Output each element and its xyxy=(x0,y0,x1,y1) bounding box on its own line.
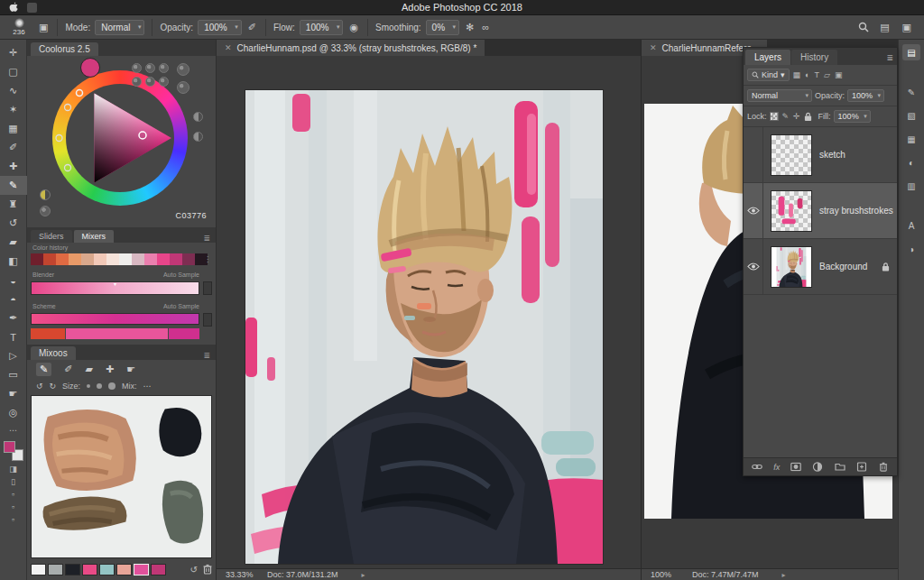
paint-symmetry-icon[interactable]: ∞ xyxy=(480,22,491,32)
scheme-preset-icon[interactable] xyxy=(145,63,155,73)
type-tool[interactable]: T xyxy=(0,327,27,346)
size-option-large[interactable] xyxy=(108,382,116,390)
luma-lock-icon[interactable] xyxy=(40,189,51,200)
swatches-panel-icon[interactable]: ▦ xyxy=(902,131,920,147)
fill-dropdown[interactable]: 100% ▾ xyxy=(834,110,871,123)
character-panel-icon[interactable]: A xyxy=(902,217,920,234)
search-icon[interactable] xyxy=(858,22,869,32)
history-swatch[interactable] xyxy=(94,253,106,265)
crop-tool[interactable]: ▦ xyxy=(0,119,27,138)
mixoos-eraser-icon[interactable]: ▰ xyxy=(85,364,92,375)
saturation-triangle[interactable] xyxy=(52,70,188,206)
filter-shape-layers-icon[interactable]: ▱ xyxy=(823,70,831,79)
flow-dropdown[interactable]: 100% ▾ xyxy=(300,20,344,35)
history-swatch[interactable] xyxy=(132,253,144,265)
mixing-canvas[interactable] xyxy=(31,395,212,558)
pen-tool[interactable]: ✒ xyxy=(0,308,27,327)
history-swatch[interactable] xyxy=(157,253,170,265)
filter-type-layers-icon[interactable]: T xyxy=(814,70,821,79)
blur-tool[interactable]: ◒ xyxy=(0,271,27,290)
scheme-preset-icon[interactable] xyxy=(159,63,169,73)
palette-swatch[interactable] xyxy=(65,564,80,575)
gradient-tool[interactable]: ◧ xyxy=(0,252,27,271)
lasso-tool[interactable]: ∿ xyxy=(0,81,27,100)
brush-tool[interactable]: ✎ xyxy=(0,176,27,195)
mix-options-icon[interactable]: ⋯ xyxy=(143,382,152,391)
visibility-toggle[interactable] xyxy=(744,127,763,182)
scheme-swatch[interactable] xyxy=(66,328,168,339)
size-option-medium[interactable] xyxy=(97,383,102,389)
tab-mixers[interactable]: Mixers xyxy=(74,230,115,243)
document-tab-main[interactable]: ✕ CharlieHunnam.psd @ 33.3% (stray brush… xyxy=(217,40,485,56)
subtab-menu-icon[interactable]: ≣ xyxy=(203,234,216,243)
mixoos-hand-icon[interactable]: ☛ xyxy=(126,364,135,375)
portrait-canvas-image[interactable] xyxy=(245,90,603,564)
workspace-switcher-icon[interactable]: ▣ xyxy=(901,22,913,33)
history-swatch[interactable] xyxy=(31,253,43,265)
airbrush-icon[interactable]: ◉ xyxy=(347,22,360,33)
palette-swatch[interactable] xyxy=(82,564,97,575)
lock-transparency-icon[interactable] xyxy=(770,112,779,121)
libraries-panel-icon[interactable]: ▥ xyxy=(902,178,920,194)
blend-mode-dropdown[interactable]: Normal ▾ xyxy=(747,89,812,102)
toolbar-extra-icon[interactable]: ▫ xyxy=(12,490,14,499)
mixoos-tab[interactable]: Mixoos xyxy=(31,346,76,360)
history-brush-tool[interactable]: ↺ xyxy=(0,214,27,233)
palette-swatch[interactable] xyxy=(48,564,63,575)
layer-opacity-dropdown[interactable]: 100% ▾ xyxy=(847,89,884,102)
blender-gradient-bar[interactable]: ▾ xyxy=(31,281,199,295)
lock-pixels-icon[interactable]: ✎ xyxy=(781,112,790,121)
mode-dropdown[interactable]: Normal ▾ xyxy=(95,20,144,35)
layer-row-sketch[interactable]: sketch xyxy=(744,127,897,183)
history-swatch[interactable] xyxy=(182,253,195,265)
tab-layers[interactable]: Layers xyxy=(745,50,790,65)
mixoos-mixer-brush-icon[interactable]: ✐ xyxy=(64,364,72,375)
add-mask-icon[interactable] xyxy=(790,462,801,472)
panel-menu-icon[interactable]: ≣ xyxy=(886,53,897,65)
screen-mode-button[interactable]: ▯ xyxy=(11,477,15,486)
smoothing-gear-icon[interactable]: ✻ xyxy=(464,22,476,33)
scheme-preset-icon[interactable] xyxy=(177,63,189,76)
layer-name[interactable]: stray brushstrokes xyxy=(819,206,893,216)
close-icon[interactable]: ✕ xyxy=(650,43,657,52)
layer-thumbnail[interactable] xyxy=(771,190,812,232)
scheme-preset-icon[interactable] xyxy=(132,77,142,87)
visibility-toggle[interactable] xyxy=(744,239,763,294)
arrange-documents-icon[interactable]: ▤ xyxy=(878,22,891,33)
scheme-preset-icon[interactable] xyxy=(145,77,155,87)
scheme-eyedropper-button[interactable] xyxy=(203,313,212,327)
status-chevron-icon[interactable]: ▸ xyxy=(782,571,786,579)
history-swatch[interactable] xyxy=(144,253,157,265)
layer-row-stray-brushstrokes[interactable]: stray brushstrokes xyxy=(744,183,897,239)
eraser-tool[interactable]: ▰ xyxy=(0,233,27,252)
hue-ring[interactable] xyxy=(52,70,188,206)
scheme-preset-icon[interactable] xyxy=(159,77,169,87)
link-layers-icon[interactable] xyxy=(752,462,762,472)
history-swatch[interactable] xyxy=(119,253,132,265)
wheel-option-icon[interactable] xyxy=(193,132,203,142)
history-swatch[interactable] xyxy=(170,253,182,265)
brush-settings-panel-icon[interactable]: ✎ xyxy=(902,84,920,100)
foreground-color-swatch[interactable] xyxy=(4,441,15,453)
wheel-option-icon[interactable] xyxy=(40,206,51,216)
quick-selection-tool[interactable]: ✶ xyxy=(0,100,27,119)
filter-smart-object-icon[interactable]: ▣ xyxy=(834,70,844,79)
pen-pressure-icon[interactable]: ✐ xyxy=(246,22,258,33)
zoom-level[interactable]: 33.33% xyxy=(226,570,267,579)
mixoos-menu-icon[interactable]: ≣ xyxy=(203,351,216,360)
scheme-swatch[interactable] xyxy=(31,328,65,339)
coolorus-tab[interactable]: Coolorus 2.5 xyxy=(31,42,98,56)
kind-filter-dropdown[interactable]: Kind ▾ xyxy=(747,69,790,81)
scheme-preset-icon[interactable] xyxy=(177,81,189,94)
toolbar-extra-icon[interactable]: ▫ xyxy=(12,502,14,511)
history-swatch[interactable] xyxy=(43,253,56,265)
palette-trash-icon[interactable] xyxy=(203,564,212,575)
clone-stamp-tool[interactable]: ♜ xyxy=(0,195,27,214)
visibility-toggle[interactable] xyxy=(744,183,763,238)
lock-position-icon[interactable]: ✛ xyxy=(792,112,801,121)
status-chevron-icon[interactable]: ▸ xyxy=(362,571,365,579)
mixoos-eyedropper-icon[interactable]: ✚ xyxy=(106,364,114,375)
layer-style-icon[interactable]: fx xyxy=(773,463,780,472)
history-options-icon[interactable]: ⋮ xyxy=(204,255,211,263)
blender-eyedropper-button[interactable] xyxy=(203,281,212,295)
